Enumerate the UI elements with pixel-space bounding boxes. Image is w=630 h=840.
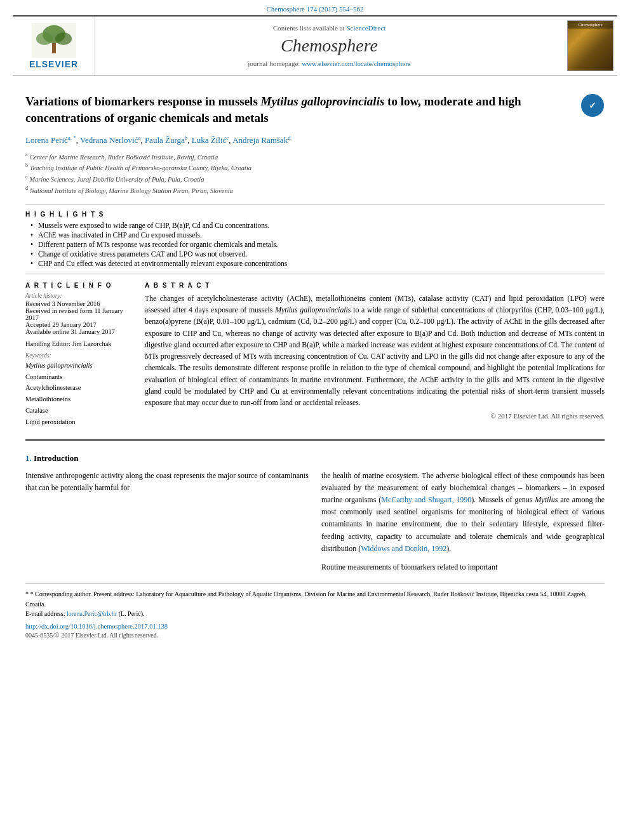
svg-point-3 [55,32,72,45]
highlight-item: Mussels were exposed to wide range of CH… [30,222,605,229]
svg-point-2 [36,32,53,45]
email-link[interactable]: lorena.Peric@irb.hr [67,610,117,617]
article-info-label: A R T I C L E I N F O [25,282,133,289]
affiliation-b: b Teaching Institute of Public Health of… [25,162,605,173]
title-section: Variations of biomarkers response in mus… [25,93,605,126]
keyword-item: Lipid peroxidation [25,417,133,428]
intro-col-left: Intensive anthropogenic activity along t… [25,470,309,574]
thumb-title: Chemosphere [568,21,613,29]
revised-date: Received in revised form 11 January 2017 [25,307,133,321]
abstract-column: A B S T R A C T The changes of acetylcho… [145,282,605,433]
authors-line: Lorena Perića, *, Vedrana Nerlovića, Pau… [25,135,605,145]
elsevier-logo: ELSEVIER [29,23,78,69]
author-peric[interactable]: Lorena Perić [25,136,68,145]
citation-bar: Chemosphere 174 (2017) 554–562 [0,0,630,15]
received-date: Received 3 November 2016 [25,300,133,307]
keyword-item: Mytilus galloprovincialis [25,360,133,371]
affiliations: a Center for Marine Research, Ruđer Bošk… [25,151,605,196]
journal-thumb-section: Chemosphere [563,17,617,75]
section-title: Introduction [34,453,79,463]
homepage-line: journal homepage: www.elsevier.com/locat… [248,60,410,67]
journal-center: Contents lists available at ScienceDirec… [95,17,563,75]
doi-line: http://dx.doi.org/10.1016/j.chemosphere.… [25,623,605,630]
divider-after-highlights [25,274,605,274]
highlight-item: Different pattern of MTs response was re… [30,241,605,248]
abstract-label: A B S T R A C T [145,282,605,289]
affiliation-c: c Marine Sciences, Juraj Dobrila Univers… [25,173,605,185]
affiliation-d: d National Institute of Biology, Marine … [25,185,605,196]
elsevier-logo-section: ELSEVIER [13,17,95,75]
keywords-list: Mytilus galloprovincialis Contaminants A… [25,360,133,428]
introduction-section: 1. Introduction Intensive anthropogenic … [25,453,605,574]
crossmark-badge-icon[interactable]: ✓ [580,93,605,117]
footnote-section: * * Corresponding author. Present addres… [25,583,605,639]
article-info-abstract-section: A R T I C L E I N F O Article history: R… [25,282,605,433]
keyword-item: Catalase [25,405,133,417]
affiliation-a: a Center for Marine Research, Ruđer Bošk… [25,151,605,163]
intro-text-left: Intensive anthropogenic activity along t… [25,470,309,494]
svg-point-5 [48,25,60,34]
footnote-email: E-mail address: lorena.Peric@irb.hr (L. … [25,609,605,619]
keywords-group: Keywords: Mytilus galloprovincialis Cont… [25,352,133,428]
keyword-item: Contaminants [25,371,133,383]
journal-name: Chemosphere [281,36,378,56]
keyword-item: Acetylcholinesterase [25,382,133,394]
article-title: Variations of biomarkers response in mus… [25,93,572,126]
highlight-item: AChE was inactivated in CHP and Cu expos… [30,231,605,239]
author-zilic[interactable]: Luka Žilić [192,136,227,145]
issn-line: 0045-6535/© 2017 Elsevier Ltd. All right… [25,632,605,639]
citation-text: Chemosphere 174 (2017) 554–562 [266,5,363,13]
author-nerlovic[interactable]: Vedrana Nerlović [80,136,138,145]
introduction-body: Intensive anthropogenic activity along t… [25,470,605,574]
highlight-item: Change of oxidative stress parameters CA… [30,250,605,258]
copyright-line: © 2017 Elsevier Ltd. All rights reserved… [145,412,605,420]
introduction-heading: 1. Introduction [25,453,605,463]
main-content: Variations of biomarkers response in mus… [0,76,630,651]
mccarthy-ref[interactable]: McCarthy and Shugart, 1990 [381,495,471,504]
article-info-column: A R T I C L E I N F O Article history: R… [25,282,133,433]
journal-header: ELSEVIER Contents lists available at Sci… [13,15,617,76]
available-date: Available online 31 January 2017 [25,328,133,335]
intro-col-right: the health of marine ecosystem. The adve… [321,470,605,574]
doi-link[interactable]: http://dx.doi.org/10.1016/j.chemosphere.… [25,623,168,630]
svg-text:✓: ✓ [589,100,596,110]
keywords-label: Keywords: [25,352,133,359]
highlights-label: H I G H L I G H T S [25,211,605,218]
history-label: Article history: [25,293,133,299]
sciencedirect-link[interactable]: ScienceDirect [346,24,385,32]
author-zurga[interactable]: Paula Žurga [145,136,185,145]
handling-editor-group: Handling Editor: Jim Lazorchak [25,340,133,347]
article-history-group: Article history: Received 3 November 201… [25,293,133,335]
contents-line: Contents lists available at ScienceDirec… [273,24,385,32]
highlights-section: H I G H L I G H T S Mussels were exposed… [25,211,605,267]
elsevier-label: ELSEVIER [29,59,78,69]
divider-thick [25,439,605,441]
abstract-text: The changes of acetylcholinesterase acti… [145,293,605,409]
author-ramsak[interactable]: Andreja Ramšak [232,136,288,145]
highlight-item: CHP and Cu effect was detected at enviro… [30,260,605,267]
journal-thumbnail: Chemosphere [567,20,613,71]
highlights-list: Mussels were exposed to wide range of CH… [25,222,605,267]
intro-text-right-2: Routine measurements of biomarkers relat… [321,561,605,573]
divider-after-affiliations [25,204,605,204]
handling-editor: Handling Editor: Jim Lazorchak [25,340,133,347]
page: Chemosphere 174 (2017) 554–562 ELSEVIER [0,0,630,840]
homepage-link[interactable]: www.elsevier.com/locate/chemosphere [302,60,411,67]
footnote-star: * * Corresponding author. Present addres… [25,589,605,609]
section-number: 1. [25,453,32,463]
accepted-date: Accepted 29 January 2017 [25,321,133,328]
intro-text-right: the health of marine ecosystem. The adve… [321,470,605,555]
keyword-item: Metallothioneins [25,394,133,405]
svg-rect-4 [52,43,56,53]
elsevier-tree-icon [32,23,76,58]
widdows-ref[interactable]: Widdows and Donkin, 1992 [361,544,446,553]
